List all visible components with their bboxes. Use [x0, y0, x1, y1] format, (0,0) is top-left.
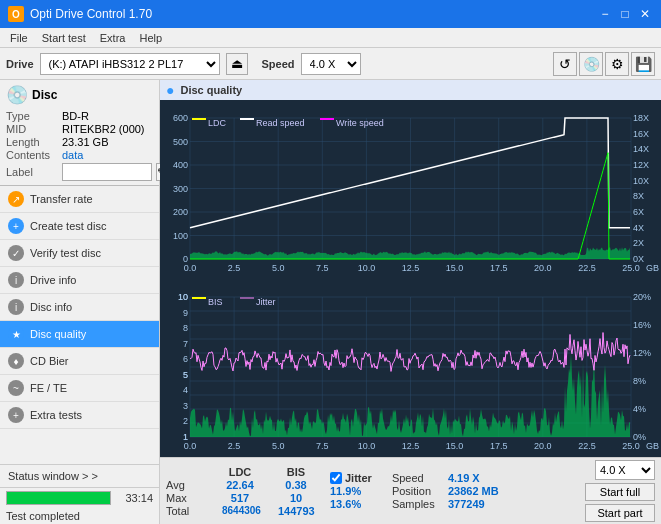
- avg-label: Avg: [166, 479, 202, 491]
- toolbar: Drive (K:) ATAPI iHBS312 2 PL17 ⏏ Speed …: [0, 48, 661, 80]
- stats-avg-row: Avg 22.64 0.38: [166, 479, 314, 491]
- label-key: Label: [6, 166, 58, 178]
- disc-quality-icon: ★: [8, 326, 24, 342]
- menu-file[interactable]: File: [4, 31, 34, 45]
- save-button[interactable]: 💾: [631, 52, 655, 76]
- jitter-max-value: 13.6%: [330, 498, 361, 510]
- nav-verify-test-disc[interactable]: ✓ Verify test disc: [0, 240, 159, 267]
- app-icon: O: [8, 6, 24, 22]
- progress-area: 33:14: [0, 488, 159, 508]
- label-input[interactable]: [62, 163, 152, 181]
- drive-label: Drive: [6, 58, 34, 70]
- start-part-button[interactable]: Start part: [585, 504, 655, 522]
- disc-mid-row: MID RITEKBR2 (000): [6, 123, 153, 135]
- jitter-label: Jitter: [345, 472, 372, 484]
- extra-tests-icon: +: [8, 407, 24, 423]
- title-bar-controls: − □ ✕: [597, 6, 653, 22]
- stats-ldc-bis: LDC BIS Avg 22.64 0.38 Max 517 10 Total …: [166, 466, 314, 517]
- create-test-disc-icon: +: [8, 218, 24, 234]
- maximize-button[interactable]: □: [617, 6, 633, 22]
- nav-transfer-rate[interactable]: ↗ Transfer rate: [0, 186, 159, 213]
- menu-extra[interactable]: Extra: [94, 31, 132, 45]
- nav-disc-info[interactable]: i Disc info: [0, 294, 159, 321]
- mid-value: RITEKBR2 (000): [62, 123, 145, 135]
- type-value: BD-R: [62, 110, 89, 122]
- length-key: Length: [6, 136, 58, 148]
- position-value: 23862 MB: [448, 485, 499, 497]
- bis-avg-value: 0.38: [278, 479, 314, 491]
- nav-fe-te[interactable]: ~ FE / TE: [0, 375, 159, 402]
- stats-headers: LDC BIS: [166, 466, 314, 478]
- speed-label: Speed: [262, 58, 295, 70]
- samples-key: Samples: [392, 498, 444, 510]
- nav-drive-info[interactable]: i Drive info: [0, 267, 159, 294]
- nav-create-test-disc-label: Create test disc: [30, 220, 106, 232]
- nav-create-test-disc[interactable]: + Create test disc: [0, 213, 159, 240]
- nav-drive-info-label: Drive info: [30, 274, 76, 286]
- speed-value: 4.19 X: [448, 472, 480, 484]
- speed-select-stats[interactable]: 4.0 X 1.0 X 2.0 X 8.0 X: [595, 460, 655, 480]
- toolbar-icons: ↺ 💿 ⚙ 💾: [553, 52, 655, 76]
- refresh-button[interactable]: ↺: [553, 52, 577, 76]
- samples-value: 377249: [448, 498, 485, 510]
- menu-help[interactable]: Help: [133, 31, 168, 45]
- nav-disc-quality[interactable]: ★ Disc quality: [0, 321, 159, 348]
- chart-top-wrapper: [160, 100, 661, 279]
- stats-jitter: Jitter 11.9% 13.6%: [330, 472, 372, 510]
- nav-disc-quality-label: Disc quality: [30, 328, 86, 340]
- chart-bottom-canvas: [160, 279, 661, 457]
- jitter-avg-row: 11.9%: [330, 485, 372, 497]
- dq-icon: ●: [166, 82, 174, 98]
- status-window-label: Status window > >: [8, 470, 98, 482]
- content-area: ● Disc quality LDC BIS Avg: [160, 80, 661, 524]
- nav-verify-test-disc-label: Verify test disc: [30, 247, 101, 259]
- minimize-button[interactable]: −: [597, 6, 613, 22]
- progress-time: 33:14: [115, 492, 153, 504]
- menu-bar: File Start test Extra Help: [0, 28, 661, 48]
- bis-col-header: BIS: [278, 466, 314, 478]
- disc-section-label: Disc: [32, 88, 57, 102]
- mid-key: MID: [6, 123, 58, 135]
- nav-disc-info-label: Disc info: [30, 301, 72, 313]
- position-row: Position 23862 MB: [392, 485, 499, 497]
- transfer-rate-icon: ↗: [8, 191, 24, 207]
- speed-header-row: Speed 4.19 X: [392, 472, 499, 484]
- fe-te-icon: ~: [8, 380, 24, 396]
- close-button[interactable]: ✕: [637, 6, 653, 22]
- disc-type-row: Type BD-R: [6, 110, 153, 122]
- main-layout: 💿 Disc Type BD-R MID RITEKBR2 (000) Leng…: [0, 80, 661, 524]
- eject-button[interactable]: ⏏: [226, 53, 248, 75]
- stats-bar: LDC BIS Avg 22.64 0.38 Max 517 10 Total …: [160, 457, 661, 524]
- disc-length-row: Length 23.31 GB: [6, 136, 153, 148]
- disc-button[interactable]: 💿: [579, 52, 603, 76]
- drive-select[interactable]: (K:) ATAPI iHBS312 2 PL17: [40, 53, 220, 75]
- contents-key: Contents: [6, 149, 58, 161]
- progress-bar-inner: [7, 492, 110, 504]
- speed-select-toolbar[interactable]: 4.0 X 1.0 X 2.0 X 8.0 X: [301, 53, 361, 75]
- status-window-button[interactable]: Status window > >: [0, 465, 159, 488]
- nav-cd-bier-label: CD Bier: [30, 355, 69, 367]
- bis-max-value: 10: [278, 492, 314, 504]
- start-full-button[interactable]: Start full: [585, 483, 655, 501]
- contents-value: data: [62, 149, 83, 161]
- ldc-col-header: LDC: [222, 466, 258, 478]
- sidebar: 💿 Disc Type BD-R MID RITEKBR2 (000) Leng…: [0, 80, 160, 524]
- jitter-checkbox[interactable]: [330, 472, 342, 484]
- nav-extra-tests-label: Extra tests: [30, 409, 82, 421]
- ldc-avg-value: 22.64: [222, 479, 258, 491]
- disc-properties: Type BD-R MID RITEKBR2 (000) Length 23.3…: [6, 110, 153, 181]
- menu-start-test[interactable]: Start test: [36, 31, 92, 45]
- position-key: Position: [392, 485, 444, 497]
- dq-header: ● Disc quality: [160, 80, 661, 100]
- charts-container: [160, 100, 661, 457]
- disc-panel-header: 💿 Disc: [6, 84, 153, 106]
- nav-extra-tests[interactable]: + Extra tests: [0, 402, 159, 429]
- verify-test-disc-icon: ✓: [8, 245, 24, 261]
- status-text: Test completed: [0, 508, 159, 524]
- cd-bier-icon: ♦: [8, 353, 24, 369]
- chart-top-canvas: [160, 100, 661, 279]
- drive-info-icon: i: [8, 272, 24, 288]
- nav-cd-bier[interactable]: ♦ CD Bier: [0, 348, 159, 375]
- settings-button[interactable]: ⚙: [605, 52, 629, 76]
- max-label: Max: [166, 492, 202, 504]
